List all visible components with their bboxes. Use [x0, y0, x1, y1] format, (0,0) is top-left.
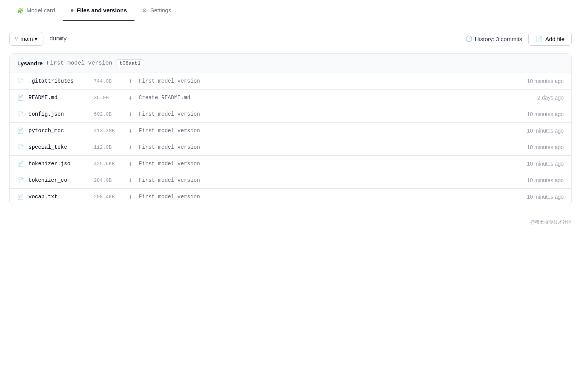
- path-name: dummy: [50, 36, 67, 42]
- path-left: ⑂ main ▾ dummy: [9, 32, 67, 46]
- file-row[interactable]: 📄 vocab.txt 208.4KB ⬇ First model versio…: [10, 189, 571, 205]
- history-link[interactable]: 🕐 History: 3 commits: [465, 35, 522, 42]
- download-icon[interactable]: ⬇: [128, 128, 133, 134]
- file-size: 425.6KB: [94, 161, 128, 167]
- files-versions-icon: ≡: [70, 7, 73, 13]
- file-icon: 📄: [17, 144, 24, 150]
- file-time: 10 minutes ago: [514, 128, 564, 134]
- file-time: 10 minutes ago: [514, 78, 564, 84]
- download-icon[interactable]: ⬇: [128, 111, 133, 117]
- file-row[interactable]: 📄 tokenizer.jso 425.6KB ⬇ First model ve…: [10, 156, 571, 172]
- file-size: 36.0B: [94, 95, 128, 101]
- file-row[interactable]: 📄 .gitattributes 744.0B ⬇ First model ve…: [10, 73, 571, 90]
- add-file-button[interactable]: 📄 Add file: [528, 32, 572, 46]
- file-size: 112.0B: [94, 145, 128, 150]
- file-name: .gitattributes: [28, 78, 90, 84]
- file-icon: 📄: [17, 78, 24, 84]
- path-right: 🕐 History: 3 commits 📄 Add file: [465, 32, 572, 46]
- git-branch-icon: ⑂: [15, 36, 18, 42]
- file-commit-msg: First model version: [139, 161, 514, 167]
- path-bar: ⑂ main ▾ dummy 🕐 History: 3 commits 📄 Ad…: [9, 32, 572, 46]
- branch-label: main ▾: [20, 35, 38, 42]
- download-icon[interactable]: ⬇: [128, 95, 133, 101]
- tab-settings[interactable]: ⚙ Settings: [134, 0, 179, 21]
- tab-settings-label: Settings: [150, 7, 171, 13]
- download-icon[interactable]: ⬇: [128, 194, 133, 200]
- file-time: 10 minutes ago: [514, 111, 564, 117]
- file-commit-msg: First model version: [139, 194, 514, 200]
- clock-icon: 🕐: [465, 35, 473, 42]
- file-row[interactable]: 📄 README.md 36.0B ⬇ Create README.md 2 d…: [10, 90, 571, 106]
- commit-author[interactable]: Lysandre: [17, 60, 43, 66]
- tab-files-versions[interactable]: ≡ Files and versions: [63, 0, 134, 21]
- file-icon: 📄: [17, 111, 24, 117]
- main-content: ⑂ main ▾ dummy 🕐 History: 3 commits 📄 Ad…: [0, 21, 581, 216]
- download-icon[interactable]: ⬇: [128, 145, 133, 150]
- file-commit-msg: First model version: [139, 128, 514, 134]
- file-name: vocab.txt: [28, 194, 90, 200]
- commit-message: First model version: [46, 60, 112, 66]
- file-size: 284.0B: [94, 178, 128, 183]
- file-name: config.json: [28, 111, 90, 117]
- file-size: 602.0B: [94, 111, 128, 117]
- file-name: special_toke: [28, 144, 90, 150]
- watermark: @稀土掘金技术社区: [0, 216, 581, 229]
- file-row[interactable]: 📄 pytorch_moc 413.3MB ⬇ First model vers…: [10, 123, 571, 139]
- commit-header-row: Lysandre First model version b08aab1: [10, 54, 571, 73]
- download-icon[interactable]: ⬇: [128, 161, 133, 167]
- commit-hash[interactable]: b08aab1: [116, 59, 144, 67]
- model-card-icon: 🧩: [17, 7, 23, 13]
- file-row[interactable]: 📄 config.json 602.0B ⬇ First model versi…: [10, 106, 571, 123]
- file-row[interactable]: 📄 special_toke 112.0B ⬇ First model vers…: [10, 139, 571, 156]
- add-file-icon: 📄: [536, 35, 543, 42]
- file-size: 744.0B: [94, 78, 128, 84]
- file-row[interactable]: 📄 tokenizer_co 284.0B ⬇ First model vers…: [10, 172, 571, 189]
- file-commit-msg: First model version: [139, 78, 514, 84]
- file-time: 2 days ago: [514, 95, 564, 101]
- download-icon[interactable]: ⬇: [128, 178, 133, 183]
- tab-bar: 🧩 Model card ≡ Files and versions ⚙ Sett…: [0, 0, 581, 21]
- tab-files-versions-label: Files and versions: [76, 7, 127, 13]
- file-size: 208.4KB: [94, 194, 128, 200]
- file-name: tokenizer.jso: [28, 161, 90, 167]
- file-time: 10 minutes ago: [514, 161, 564, 167]
- add-file-label: Add file: [545, 36, 564, 42]
- file-time: 10 minutes ago: [514, 144, 564, 150]
- tab-model-card-label: Model card: [27, 7, 55, 13]
- file-name: tokenizer_co: [28, 177, 90, 183]
- download-icon[interactable]: ⬇: [128, 78, 133, 84]
- history-label: History: 3 commits: [475, 36, 522, 42]
- file-name: pytorch_moc: [28, 128, 90, 134]
- file-commit-msg: First model version: [139, 111, 514, 117]
- file-commit-msg: First model version: [139, 177, 514, 183]
- file-commit-msg: First model version: [139, 144, 514, 150]
- file-commit-msg: Create README.md: [139, 95, 514, 101]
- file-icon: 📄: [17, 128, 24, 134]
- files-table: Lysandre First model version b08aab1 📄 .…: [9, 53, 572, 205]
- file-icon: 📄: [17, 177, 24, 183]
- file-icon: 📄: [17, 161, 24, 167]
- settings-icon: ⚙: [142, 7, 147, 13]
- file-rows-container: 📄 .gitattributes 744.0B ⬇ First model ve…: [10, 73, 571, 205]
- tab-model-card[interactable]: 🧩 Model card: [9, 0, 63, 21]
- file-icon: 📄: [17, 194, 24, 200]
- file-name: README.md: [28, 95, 90, 101]
- branch-selector[interactable]: ⑂ main ▾: [9, 32, 43, 46]
- file-size: 413.3MB: [94, 128, 128, 134]
- file-time: 10 minutes ago: [514, 177, 564, 183]
- file-icon: 📄: [17, 95, 24, 101]
- file-time: 10 minutes ago: [514, 194, 564, 200]
